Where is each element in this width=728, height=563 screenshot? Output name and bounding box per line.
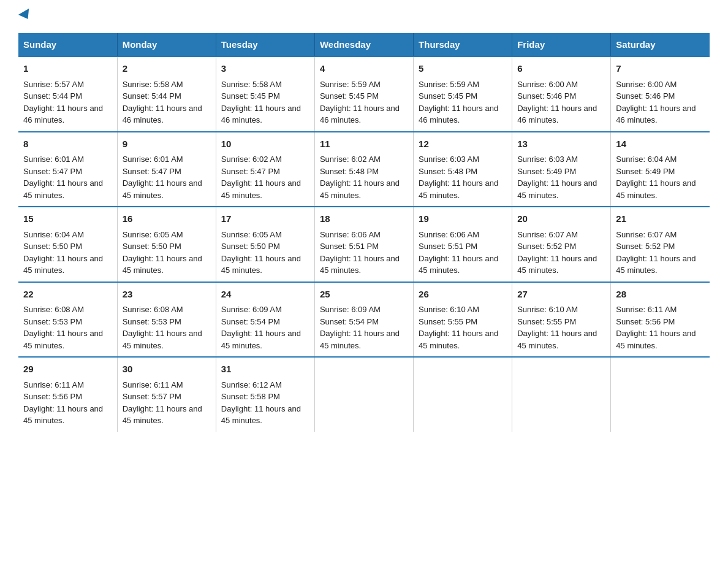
day-number: 19 [419,212,507,226]
day-cell: 20Sunrise: 6:07 AMSunset: 5:52 PMDayligh… [512,207,611,282]
page-header [18,12,710,21]
day-cell: 26Sunrise: 6:10 AMSunset: 5:55 PMDayligh… [414,282,512,358]
day-cell: 14Sunrise: 6:04 AMSunset: 5:49 PMDayligh… [611,132,710,207]
day-info: Sunrise: 5:57 AMSunset: 5:44 PMDaylight:… [23,79,112,126]
day-cell: 21Sunrise: 6:07 AMSunset: 5:52 PMDayligh… [611,207,710,282]
day-info: Sunrise: 6:00 AMSunset: 5:46 PMDaylight:… [517,79,605,126]
day-info: Sunrise: 6:07 AMSunset: 5:52 PMDaylight:… [616,229,705,277]
column-header-saturday: Saturday [611,33,710,56]
day-number: 9 [123,137,211,151]
week-row-4: 22Sunrise: 6:08 AMSunset: 5:53 PMDayligh… [18,282,710,358]
day-number: 29 [23,362,112,377]
day-info: Sunrise: 5:58 AMSunset: 5:45 PMDaylight:… [221,79,309,126]
day-info: Sunrise: 6:07 AMSunset: 5:52 PMDaylight:… [517,229,605,277]
calendar-body: 1Sunrise: 5:57 AMSunset: 5:44 PMDaylight… [18,56,710,432]
day-number: 8 [23,137,112,151]
day-number: 23 [123,288,211,302]
day-number: 11 [320,137,408,151]
day-info: Sunrise: 6:11 AMSunset: 5:56 PMDaylight:… [23,379,112,427]
week-row-1: 1Sunrise: 5:57 AMSunset: 5:44 PMDaylight… [18,56,710,132]
day-number: 27 [517,288,605,302]
column-header-sunday: Sunday [18,33,117,56]
day-cell: 2Sunrise: 5:58 AMSunset: 5:44 PMDaylight… [117,56,216,132]
day-number: 6 [517,62,605,76]
day-info: Sunrise: 6:10 AMSunset: 5:55 PMDaylight:… [419,304,507,351]
day-cell: 8Sunrise: 6:01 AMSunset: 5:47 PMDaylight… [18,132,117,207]
day-info: Sunrise: 6:02 AMSunset: 5:47 PMDaylight:… [221,153,309,201]
day-cell: 5Sunrise: 5:59 AMSunset: 5:45 PMDaylight… [414,56,512,132]
calendar-table: SundayMondayTuesdayWednesdayThursdayFrid… [18,33,710,432]
day-number: 30 [123,362,211,377]
day-cell: 7Sunrise: 6:00 AMSunset: 5:46 PMDaylight… [611,56,710,132]
day-cell: 19Sunrise: 6:06 AMSunset: 5:51 PMDayligh… [414,207,512,282]
day-info: Sunrise: 6:05 AMSunset: 5:50 PMDaylight:… [123,229,211,277]
week-row-2: 8Sunrise: 6:01 AMSunset: 5:47 PMDaylight… [18,132,710,207]
day-number: 26 [419,288,507,302]
day-cell: 22Sunrise: 6:08 AMSunset: 5:53 PMDayligh… [18,282,117,358]
day-number: 1 [23,62,112,76]
day-info: Sunrise: 6:01 AMSunset: 5:47 PMDaylight:… [23,153,112,201]
column-header-wednesday: Wednesday [314,33,413,56]
day-cell: 1Sunrise: 5:57 AMSunset: 5:44 PMDaylight… [18,56,117,132]
day-number: 10 [221,137,309,151]
day-cell: 9Sunrise: 6:01 AMSunset: 5:47 PMDaylight… [117,132,216,207]
logo [18,12,32,21]
day-cell: 24Sunrise: 6:09 AMSunset: 5:54 PMDayligh… [216,282,314,358]
day-number: 2 [123,62,211,76]
day-cell: 12Sunrise: 6:03 AMSunset: 5:48 PMDayligh… [414,132,512,207]
day-info: Sunrise: 5:59 AMSunset: 5:45 PMDaylight:… [320,79,408,126]
day-cell: 11Sunrise: 6:02 AMSunset: 5:48 PMDayligh… [314,132,413,207]
day-cell: 18Sunrise: 6:06 AMSunset: 5:51 PMDayligh… [314,207,413,282]
day-cell: 10Sunrise: 6:02 AMSunset: 5:47 PMDayligh… [216,132,314,207]
column-header-tuesday: Tuesday [216,33,314,56]
day-number: 22 [23,288,112,302]
day-info: Sunrise: 6:01 AMSunset: 5:47 PMDaylight:… [123,153,211,201]
column-header-thursday: Thursday [414,33,512,56]
day-number: 21 [616,212,705,226]
week-row-3: 15Sunrise: 6:04 AMSunset: 5:50 PMDayligh… [18,207,710,282]
day-cell: 4Sunrise: 5:59 AMSunset: 5:45 PMDaylight… [314,56,413,132]
day-info: Sunrise: 6:12 AMSunset: 5:58 PMDaylight:… [221,379,309,427]
day-cell: 28Sunrise: 6:11 AMSunset: 5:56 PMDayligh… [611,282,710,358]
day-cell: 25Sunrise: 6:09 AMSunset: 5:54 PMDayligh… [314,282,413,358]
day-cell: 6Sunrise: 6:00 AMSunset: 5:46 PMDaylight… [512,56,611,132]
day-number: 28 [616,288,705,302]
column-header-monday: Monday [117,33,216,56]
day-number: 15 [23,212,112,226]
day-number: 16 [123,212,211,226]
day-number: 14 [616,137,705,151]
day-cell: 31Sunrise: 6:12 AMSunset: 5:58 PMDayligh… [216,357,314,432]
day-cell: 30Sunrise: 6:11 AMSunset: 5:57 PMDayligh… [117,357,216,432]
day-cell: 16Sunrise: 6:05 AMSunset: 5:50 PMDayligh… [117,207,216,282]
day-cell: 27Sunrise: 6:10 AMSunset: 5:55 PMDayligh… [512,282,611,358]
day-info: Sunrise: 6:09 AMSunset: 5:54 PMDaylight:… [320,304,408,351]
day-number: 24 [221,288,309,302]
day-info: Sunrise: 6:10 AMSunset: 5:55 PMDaylight:… [517,304,605,351]
day-info: Sunrise: 6:05 AMSunset: 5:50 PMDaylight:… [221,229,309,277]
day-number: 31 [221,362,309,377]
day-cell: 13Sunrise: 6:03 AMSunset: 5:49 PMDayligh… [512,132,611,207]
day-number: 13 [517,137,605,151]
day-info: Sunrise: 6:03 AMSunset: 5:48 PMDaylight:… [419,153,507,201]
day-info: Sunrise: 5:58 AMSunset: 5:44 PMDaylight:… [123,79,211,126]
day-cell: 17Sunrise: 6:05 AMSunset: 5:50 PMDayligh… [216,207,314,282]
day-number: 7 [616,62,705,76]
day-number: 3 [221,62,309,76]
day-number: 25 [320,288,408,302]
calendar-header: SundayMondayTuesdayWednesdayThursdayFrid… [18,33,710,56]
day-cell: 15Sunrise: 6:04 AMSunset: 5:50 PMDayligh… [18,207,117,282]
day-number: 5 [419,62,507,76]
day-number: 17 [221,212,309,226]
day-cell: 29Sunrise: 6:11 AMSunset: 5:56 PMDayligh… [18,357,117,432]
week-row-5: 29Sunrise: 6:11 AMSunset: 5:56 PMDayligh… [18,357,710,432]
day-number: 12 [419,137,507,151]
day-number: 20 [517,212,605,226]
day-info: Sunrise: 6:02 AMSunset: 5:48 PMDaylight:… [320,153,408,201]
day-cell [512,357,611,432]
day-info: Sunrise: 6:06 AMSunset: 5:51 PMDaylight:… [320,229,408,277]
day-number: 4 [320,62,408,76]
day-cell [611,357,710,432]
day-info: Sunrise: 6:04 AMSunset: 5:50 PMDaylight:… [23,229,112,277]
day-info: Sunrise: 5:59 AMSunset: 5:45 PMDaylight:… [419,79,507,126]
day-info: Sunrise: 6:06 AMSunset: 5:51 PMDaylight:… [419,229,507,277]
